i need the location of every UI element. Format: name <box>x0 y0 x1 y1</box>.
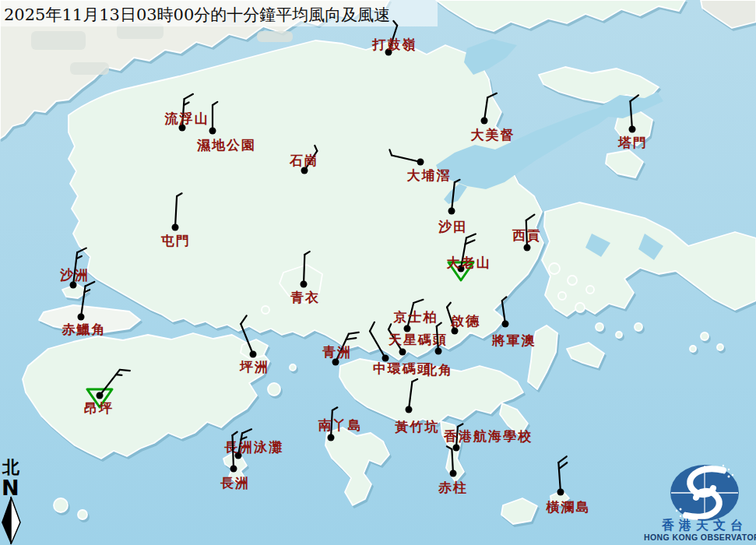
station-label: 大老山 <box>447 255 491 270</box>
station-label: 坪洲 <box>239 359 269 374</box>
station-dot <box>209 128 216 135</box>
station-label: 青洲 <box>322 344 352 360</box>
station-label: 青衣 <box>290 290 320 305</box>
station-label: 赤柱 <box>438 480 468 495</box>
station-dot <box>172 224 179 231</box>
station-label: 橫瀾島 <box>546 499 591 515</box>
station-label: 香港航海學校 <box>443 428 533 444</box>
soko-island-2 <box>78 510 87 519</box>
station-dot <box>328 434 335 441</box>
station-label: 南丫島 <box>318 417 363 433</box>
station-label: 屯門 <box>160 233 191 248</box>
station-dot <box>78 314 85 321</box>
station-dot <box>524 244 531 251</box>
wind-map-page: 2025年11月13日03時00分的十分鐘平均風向及風速 流浮山濕地公園打鼓嶺大… <box>0 0 756 545</box>
station-dot <box>629 126 636 133</box>
wind-barb-tick <box>120 370 130 371</box>
station-dot <box>481 118 488 125</box>
station-dot <box>301 281 308 288</box>
station-label: 將軍澳 <box>491 332 536 348</box>
station-dot <box>435 348 442 355</box>
wind-barb-shaft <box>304 255 304 284</box>
station-label: 濕地公園 <box>196 137 256 153</box>
station-dot <box>448 208 455 215</box>
station-dot <box>250 351 257 358</box>
station-label: 流浮山 <box>164 111 209 126</box>
hei-ling-chau-island <box>268 383 280 396</box>
station-label: 赤鱲角 <box>62 322 107 337</box>
station-dot <box>450 470 457 477</box>
station-dot <box>453 445 460 452</box>
station-label: 北角 <box>423 362 453 378</box>
station-label: 西貢 <box>512 227 542 243</box>
soko-island-1 <box>54 498 68 512</box>
station-label: 啟德 <box>450 313 480 329</box>
station-label: 昂坪 <box>84 400 114 416</box>
hko-logo-en-text: HONG KONG OBSERVATORY <box>644 533 756 542</box>
hong-kong-wind-map: 2025年11月13日03時00分的十分鐘平均風向及風速 流浮山濕地公園打鼓嶺大… <box>0 0 756 545</box>
station-dot <box>502 321 509 328</box>
station-dot <box>97 392 104 399</box>
station-label: 黃竹坑 <box>395 419 440 434</box>
station-label: 京士柏 <box>393 309 438 325</box>
station-dot <box>417 159 424 166</box>
station-label: 打鼓嶺 <box>372 37 417 52</box>
station-dot <box>406 406 413 413</box>
station-label: 沙田 <box>438 219 468 234</box>
station-label: 大埔滘 <box>407 167 452 183</box>
station-label: 沙洲 <box>59 267 90 283</box>
map-title: 2025年11月13日03時00分的十分鐘平均風向及風速 <box>4 5 390 24</box>
wind-barb-tick <box>116 374 121 375</box>
station-dot <box>399 349 406 356</box>
station-label: 長洲 <box>220 475 250 490</box>
station-label: 大美督 <box>471 127 515 142</box>
wind-barb-shaft <box>232 435 234 469</box>
station-label: 石崗 <box>289 153 319 168</box>
station-dot <box>557 489 564 496</box>
hko-logo-zh-text: 香港天文台 <box>661 518 747 533</box>
compass-north-zh: 北 <box>2 457 20 477</box>
station-dot <box>230 466 237 473</box>
kau-yi-chau-island <box>290 364 296 371</box>
ma-wan-island <box>262 306 269 314</box>
station-label: 塔門 <box>617 135 648 150</box>
compass-north-letter: N <box>2 476 19 500</box>
